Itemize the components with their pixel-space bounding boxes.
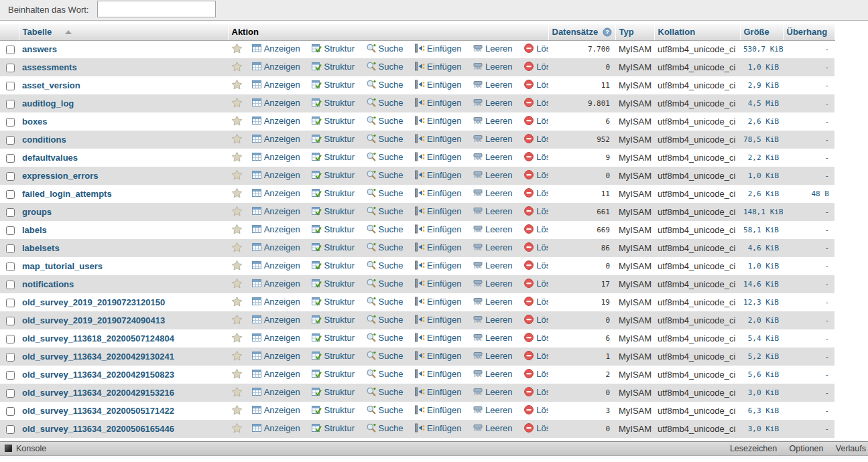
size-value[interactable]: 530,7 KiB [740,40,783,58]
sort-records-link[interactable]: Datensätze [552,27,599,37]
action-search-link[interactable]: Suche [366,242,404,252]
action-search-link[interactable]: Suche [366,279,404,289]
favorite-star-icon[interactable] [231,133,243,146]
action-insert-link[interactable]: Einfügen [414,279,461,289]
action-browse-link[interactable]: Anzeigen [251,188,300,198]
row-checkbox[interactable] [6,226,15,235]
console-bookmarks-link[interactable]: Lesezeichen [730,444,777,453]
action-search-link[interactable]: Suche [366,170,404,180]
action-structure-link[interactable]: Struktur [311,387,355,397]
action-structure-link[interactable]: Struktur [311,315,355,325]
action-structure-link[interactable]: Struktur [311,62,355,72]
sort-table-link[interactable]: Tabelle [23,27,52,37]
action-structure-link[interactable]: Struktur [311,242,355,252]
table-name-link[interactable]: notifications [22,279,74,289]
table-name-link[interactable]: boxes [22,117,48,127]
favorite-star-icon[interactable] [231,115,243,128]
action-structure-link[interactable]: Struktur [311,116,355,126]
favorite-star-icon[interactable] [231,224,243,236]
action-browse-link[interactable]: Anzeigen [251,423,300,433]
action-search-link[interactable]: Suche [366,351,404,361]
action-empty-link[interactable]: Leeren [473,98,512,108]
console-toggle[interactable]: Konsole [5,444,46,453]
action-structure-link[interactable]: Struktur [311,279,355,289]
size-value[interactable]: 5,6 KiB [740,366,783,384]
table-name-link[interactable]: groups [22,207,52,217]
size-value[interactable]: 3,0 KiB [740,384,783,402]
action-empty-link[interactable]: Leeren [473,188,512,198]
row-checkbox[interactable] [6,407,15,416]
table-name-link[interactable]: old_survey_2019_20190723120150 [22,297,165,307]
size-value[interactable]: 1,0 KiB [740,167,783,185]
header-type[interactable]: Typ [615,24,654,40]
action-empty-link[interactable]: Leeren [473,44,512,54]
sort-size-link[interactable]: Größe [744,27,769,37]
action-browse-link[interactable]: Anzeigen [251,98,300,108]
action-insert-link[interactable]: Einfügen [414,369,461,379]
size-value[interactable]: 78,5 KiB [740,131,783,149]
table-name-link[interactable]: map_tutorial_users [22,261,103,271]
action-insert-link[interactable]: Einfügen [414,242,461,252]
action-insert-link[interactable]: Einfügen [414,297,461,307]
favorite-star-icon[interactable] [231,169,243,182]
table-name-link[interactable]: old_survey_113634_20200429150823 [22,370,174,380]
action-empty-link[interactable]: Leeren [473,297,512,307]
size-value[interactable]: 6,3 KiB [740,402,783,420]
row-checkbox[interactable] [6,425,15,434]
favorite-star-icon[interactable] [231,422,243,435]
action-drop-link[interactable]: Löschen [523,44,548,54]
action-search-link[interactable]: Suche [366,134,404,144]
action-insert-link[interactable]: Einfügen [414,260,461,271]
action-structure-link[interactable]: Struktur [311,206,355,216]
size-value[interactable]: 4,6 KiB [740,239,783,257]
action-insert-link[interactable]: Einfügen [414,224,461,234]
action-drop-link[interactable]: Löschen [523,315,548,325]
row-checkbox[interactable] [6,317,15,325]
favorite-star-icon[interactable] [231,206,243,218]
action-empty-link[interactable]: Leeren [473,333,512,343]
row-checkbox[interactable] [6,262,15,271]
favorite-star-icon[interactable] [231,97,243,110]
action-structure-link[interactable]: Struktur [311,44,355,54]
filter-input[interactable] [97,1,216,17]
action-browse-link[interactable]: Anzeigen [251,405,300,415]
table-name-link[interactable]: conditions [22,135,66,145]
favorite-star-icon[interactable] [231,404,243,417]
table-name-link[interactable]: old_survey_113634_20200505171422 [22,406,174,416]
action-insert-link[interactable]: Einfügen [414,333,461,343]
action-empty-link[interactable]: Leeren [473,170,512,180]
size-value[interactable]: 2,6 KiB [740,185,783,203]
action-drop-link[interactable]: Löschen [523,297,548,307]
action-structure-link[interactable]: Struktur [311,134,355,144]
action-structure-link[interactable]: Struktur [311,297,355,307]
action-empty-link[interactable]: Leeren [473,62,512,72]
action-search-link[interactable]: Suche [366,387,404,397]
action-drop-link[interactable]: Löschen [523,224,548,234]
action-insert-link[interactable]: Einfügen [414,44,461,54]
action-search-link[interactable]: Suche [366,188,404,198]
table-name-link[interactable]: expression_errors [22,171,98,181]
favorite-star-icon[interactable] [231,242,243,254]
action-structure-link[interactable]: Struktur [311,423,355,433]
action-drop-link[interactable]: Löschen [523,116,548,126]
action-browse-link[interactable]: Anzeigen [251,62,300,72]
row-checkbox[interactable] [6,82,15,90]
action-browse-link[interactable]: Anzeigen [251,260,300,271]
action-drop-link[interactable]: Löschen [523,369,548,379]
favorite-star-icon[interactable] [231,332,243,345]
action-search-link[interactable]: Suche [366,152,404,162]
action-search-link[interactable]: Suche [366,315,404,325]
help-icon[interactable]: ? [603,27,612,37]
action-drop-link[interactable]: Löschen [523,242,548,252]
action-structure-link[interactable]: Struktur [311,224,355,234]
table-name-link[interactable]: old_survey_2019_20190724090413 [22,315,165,325]
action-insert-link[interactable]: Einfügen [414,387,461,397]
action-browse-link[interactable]: Anzeigen [251,279,300,289]
action-drop-link[interactable]: Löschen [523,423,548,433]
action-browse-link[interactable]: Anzeigen [251,224,300,234]
size-value[interactable]: 2,9 KiB [740,76,783,94]
action-drop-link[interactable]: Löschen [523,152,548,162]
action-empty-link[interactable]: Leeren [473,387,512,397]
favorite-star-icon[interactable] [231,79,243,92]
sort-overhead-link[interactable]: Überhang [787,27,828,37]
